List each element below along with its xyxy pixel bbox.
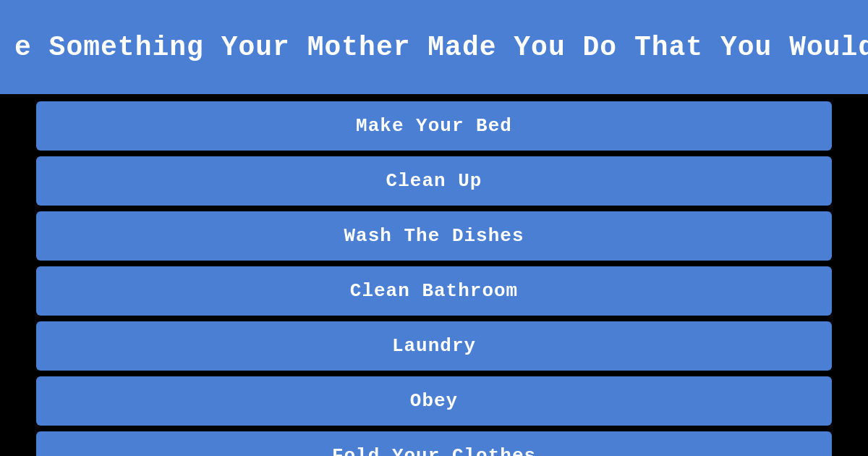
answer-button-6[interactable]: Obey <box>36 376 832 426</box>
last-answer-container: www.familyfeudfriends.com Fold Your Clot… <box>36 431 832 456</box>
content-area: Make Your Bed Clean Up Wash The Dishes C… <box>0 94 868 456</box>
answer-button-4[interactable]: Clean Bathroom <box>36 266 832 316</box>
answer-button-2[interactable]: Clean Up <box>36 156 832 206</box>
header-banner: e Something Your Mother Made You Do That… <box>0 0 868 94</box>
header-text: e Something Your Mother Made You Do That… <box>14 32 868 63</box>
answer-button-3[interactable]: Wash The Dishes <box>36 211 832 261</box>
answer-button-5[interactable]: Laundry <box>36 321 832 371</box>
answer-button-7[interactable]: Fold Your Clothes <box>36 431 832 456</box>
answer-button-1[interactable]: Make Your Bed <box>36 101 832 151</box>
